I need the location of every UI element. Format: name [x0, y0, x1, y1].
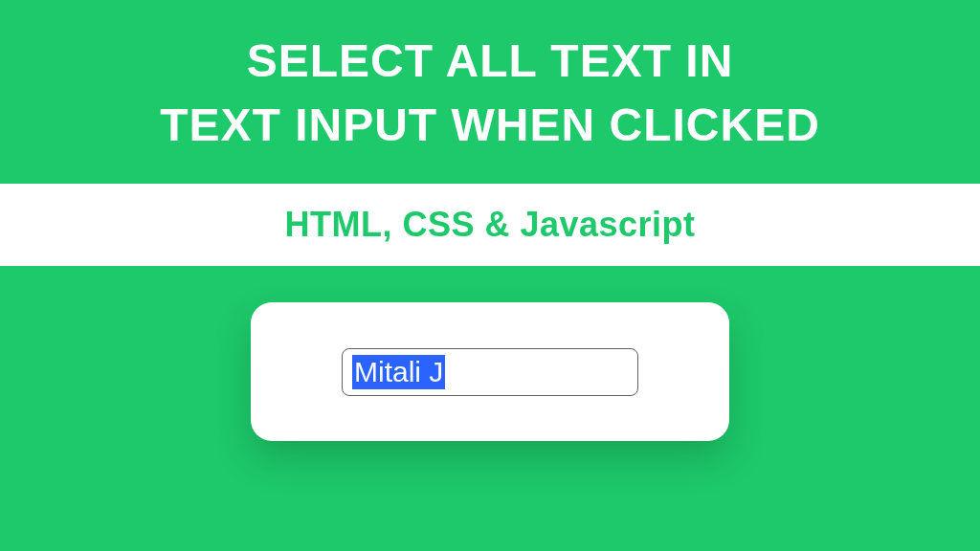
demo-area: Mitali J: [0, 302, 980, 441]
demo-card: Mitali J: [251, 302, 729, 441]
page-title-line1: SELECT ALL TEXT IN: [0, 29, 980, 93]
subtitle-text: HTML, CSS & Javascript: [0, 205, 980, 245]
selected-text: Mitali J: [352, 355, 445, 389]
title-container: SELECT ALL TEXT IN TEXT INPUT WHEN CLICK…: [0, 0, 980, 157]
subtitle-band: HTML, CSS & Javascript: [0, 184, 980, 266]
page-title-line2: TEXT INPUT WHEN CLICKED: [0, 93, 980, 157]
text-input[interactable]: Mitali J: [342, 348, 638, 396]
